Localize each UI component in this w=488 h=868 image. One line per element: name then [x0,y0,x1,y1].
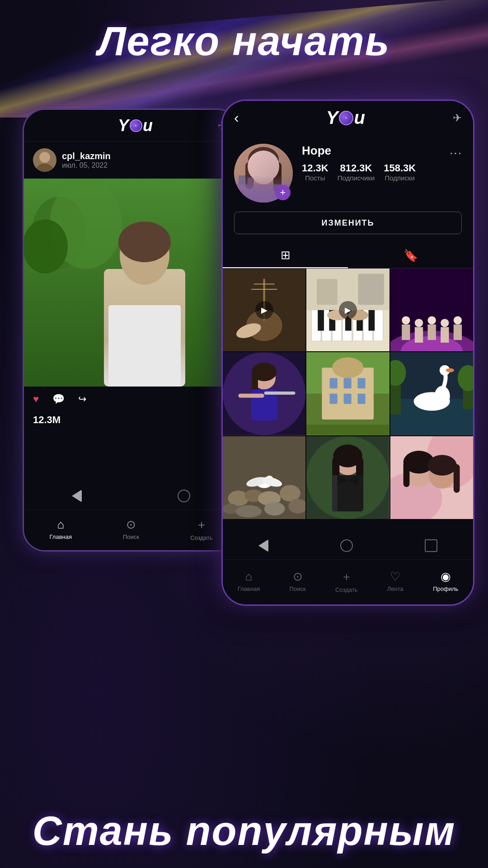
feed-app-logo: Yu [118,116,153,135]
profile-avatar-wrap: + [234,144,293,203]
add-photo-button[interactable]: + [275,185,291,200]
svg-point-1 [39,152,50,163]
likes-count: 12.3М [24,414,238,426]
stat-posts-label: Посты [305,174,325,182]
stat-posts-value: 12.3K [302,162,328,174]
profile-tabs: ⊞ 🔖 [223,243,473,269]
feed-system-nav [24,485,238,507]
svg-rect-68 [330,378,338,389]
svg-rect-116 [453,464,460,493]
svg-point-84 [446,368,454,373]
play-overlay-guitar: ▶ [223,269,305,351]
profile-sys-recent[interactable] [425,539,437,552]
play-button-piano[interactable]: ▶ [339,301,357,319]
svg-point-9 [118,222,171,262]
front-nav-search[interactable]: ⊙ Поиск [290,570,306,592]
thumb-girl2 [390,436,473,519]
play-overlay-piano: ▶ [306,269,389,351]
front-nav-home[interactable]: ⌂ Главная [238,570,260,592]
grid-item-guitar[interactable]: ▶ [223,269,305,351]
svg-point-92 [264,502,285,515]
sys-home-btn[interactable] [178,490,190,502]
phone-feed: Yu ✈ cpl_kazmin июл. 05, 2022 [23,108,239,552]
grid-item-rocks[interactable] [223,436,305,519]
thumb-rocks [223,436,305,519]
home-icon: ⌂ [57,518,64,532]
grid-item-swan[interactable] [390,352,473,435]
grid-item-girl2[interactable] [390,436,473,519]
svg-rect-10 [108,305,181,387]
logo-o-icon [130,119,142,132]
front-heart-icon: ♡ [390,570,400,584]
svg-rect-74 [306,425,389,435]
profile-back-button[interactable]: ‹ [234,109,239,126]
profile-more-button[interactable]: ⋯ [449,146,462,160]
thumb-swan [390,352,473,435]
nav-create-label: Создать [190,534,212,541]
svg-rect-73 [358,394,366,404]
grid-item-girl1[interactable] [306,436,389,519]
svg-rect-105 [333,475,338,511]
play-button-guitar[interactable]: ▶ [255,301,273,319]
svg-point-12 [250,153,277,184]
share-button[interactable]: ↪ [78,393,86,405]
stat-posts: 12.3K Посты [302,162,328,182]
front-nav-create-label: Создать [335,586,357,593]
front-nav-search-label: Поиск [290,585,306,592]
comment-button[interactable]: 💬 [52,393,65,405]
grid-item-piano[interactable]: ▶ [306,269,389,351]
stat-following-label: Подписки [385,174,415,182]
profile-sys-home[interactable] [340,539,353,552]
thumb-orchestra [390,269,473,351]
author-date: июл. 05, 2022 [62,161,111,170]
page-footer-title: Стань популярным [0,808,488,854]
profile-header-bar: ‹ Yu ✈ [223,101,473,135]
grid-item-flute[interactable] [223,352,305,435]
sys-back-btn[interactable] [72,490,82,502]
heart-icon: ♥ [33,393,39,405]
profile-app-logo: Yu [326,108,366,128]
comment-icon: 💬 [52,393,65,405]
like-button[interactable]: ♥ [33,393,39,405]
nav-search[interactable]: ⊙ Поиск [123,518,139,540]
phone-profile: ‹ Yu ✈ [221,99,474,606]
nav-home-label: Главная [50,533,72,540]
thumb-flute [223,352,305,435]
svg-rect-52 [415,327,423,342]
front-nav-profile[interactable]: ◉ Профиль [433,570,458,592]
svg-rect-18 [248,178,253,184]
page-header-title: Легко начать [0,18,488,65]
stat-followers-value: 812.3K [340,162,372,174]
profile-logo-o-icon [339,111,353,125]
front-nav-create[interactable]: ＋ Создать [335,569,357,593]
author-avatar[interactable] [33,148,56,172]
tab-grid[interactable]: ⊞ [223,243,348,268]
nav-create[interactable]: ＋ Создать [190,517,212,541]
svg-rect-17 [239,175,245,184]
profile-sys-back[interactable] [258,539,268,552]
svg-rect-55 [453,325,461,340]
tab-saved[interactable]: 🔖 [348,243,473,268]
front-home-icon: ⌂ [245,570,253,584]
front-nav-feed[interactable]: ♡ Лента [387,570,404,592]
feed-app-header: Yu ✈ [24,110,238,142]
stats-row: 12.3K Посты 812.3K Подписчики 158.3K Под… [302,162,462,182]
svg-rect-72 [344,394,352,404]
nav-home[interactable]: ⌂ Главная [50,518,72,540]
author-info: cpl_kazmin июл. 05, 2022 [62,151,111,170]
svg-rect-63 [264,392,296,395]
profile-send-icon[interactable]: ✈ [453,112,462,124]
author-name: cpl_kazmin [62,151,111,161]
share-icon: ↪ [78,393,86,405]
post-image [24,179,238,387]
front-nav-profile-label: Профиль [433,585,458,592]
grid-item-building[interactable] [306,352,389,435]
svg-point-48 [427,316,436,324]
edit-profile-button[interactable]: ИЗМЕНИТЬ [234,212,462,234]
svg-point-91 [236,505,262,517]
profile-info-section: + Hope ⋯ 12.3K Посты 812.3K Подписчики [223,135,473,212]
profile-bottom-nav: ⌂ Главная ⊙ Поиск ＋ Создать ♡ Лента ◉ Пр… [223,559,473,604]
svg-point-67 [333,358,364,378]
grid-item-orchestra[interactable] [390,269,473,351]
svg-point-50 [453,316,461,324]
